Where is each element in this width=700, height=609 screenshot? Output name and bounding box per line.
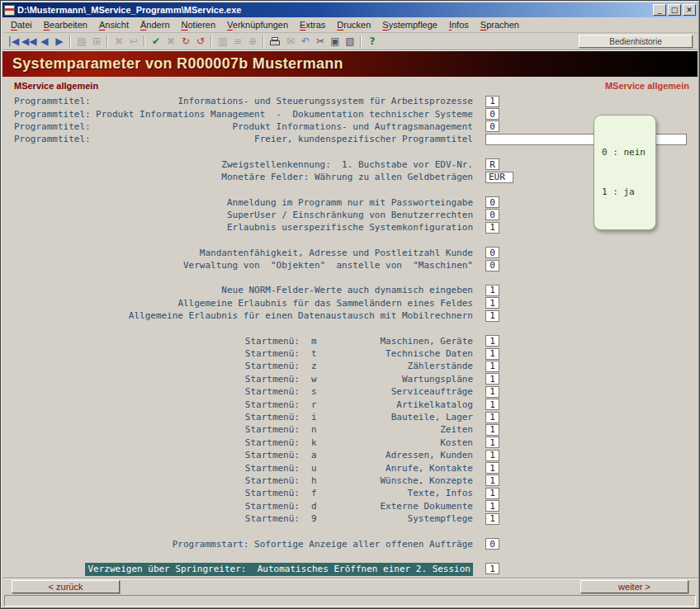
value-field[interactable]: 1	[485, 424, 499, 436]
nav-forward-icon[interactable]: ▶	[52, 35, 66, 49]
print-icon[interactable]	[267, 35, 282, 49]
value-field[interactable]: 1	[485, 222, 499, 234]
copy-icon[interactable]: ▣	[328, 35, 342, 49]
mail-icon[interactable]: ✉	[283, 35, 297, 49]
section-label-left: MService allgemein	[14, 81, 98, 91]
form-row: Startmenü:9Systempflege1	[14, 512, 689, 525]
form-row: Programmtitel:Freier, kundenspezifischer…	[14, 133, 689, 145]
value-field[interactable]: 1	[485, 335, 499, 347]
window-title: D:\Mustermann\_MService_Programm\MServic…	[17, 5, 650, 15]
value-field[interactable]: 1	[485, 474, 499, 486]
value-field[interactable]: 1	[485, 412, 499, 423]
menu-item-ändern[interactable]: Ändern	[135, 18, 175, 31]
value-field[interactable]: 1	[485, 373, 499, 385]
value-field[interactable]: 1	[485, 96, 499, 107]
form-row: Startmenü:hWünsche, Konzepte1	[14, 474, 689, 487]
menu-item-datei[interactable]: Datei	[5, 18, 38, 31]
cut-icon[interactable]: ✂	[313, 35, 327, 49]
value-field[interactable]: 1	[485, 386, 499, 398]
value-field[interactable]: 1	[485, 399, 499, 410]
menu-item-sprachen[interactable]: Sprachen	[475, 18, 525, 31]
row-label: Mandantenfähigkeit, Adresse und Postleit…	[200, 248, 473, 258]
value-field[interactable]: 1	[485, 361, 499, 372]
startmenu-key: f	[311, 488, 328, 498]
value-field[interactable]: 1	[485, 437, 499, 448]
value-field[interactable]: 0	[485, 120, 499, 132]
form-row: Startmenü:uAnrufe, Kontakte1	[14, 461, 689, 474]
value-field[interactable]: 1	[485, 310, 499, 322]
row-label: Anmeldung im Programm nur mit Passwortei…	[227, 197, 473, 208]
page-header: Systemparameter von R000007b Mustermann	[2, 50, 698, 77]
nav-back-icon[interactable]: ◀	[37, 35, 51, 49]
next-button[interactable]: weiter >	[580, 580, 688, 593]
minimize-button[interactable]: _	[653, 4, 666, 16]
value-field[interactable]: 1	[485, 563, 499, 574]
menu-item-notieren[interactable]: Notieren	[176, 18, 222, 31]
value-field[interactable]: 0	[485, 196, 499, 208]
value-field[interactable]: 0	[485, 108, 499, 120]
menu-item-systempflege[interactable]: Systempflege	[376, 18, 443, 31]
value-field[interactable]: 0	[485, 209, 499, 220]
redo-icon[interactable]: ↻	[178, 35, 192, 49]
maximize-button[interactable]: □	[668, 4, 681, 16]
delete-icon[interactable]: ✖	[111, 35, 125, 49]
form-row: Startmenü:mMaschinen, Geräte1	[14, 334, 689, 347]
value-field[interactable]: EUR	[485, 172, 513, 183]
value-field[interactable]: 0	[485, 247, 499, 258]
form-row: Neue NORM-Felder-Werte auch dynamisch ei…	[14, 284, 689, 296]
paste-icon[interactable]: ▧	[343, 35, 357, 49]
menu-item-ansicht[interactable]: Ansicht	[93, 18, 135, 31]
startmenu-row-label: Startmenü:tTechnische Daten	[14, 348, 473, 359]
startmenu-prefix: Startmenü:	[245, 361, 300, 371]
add-icon[interactable]: ⊕	[245, 35, 259, 49]
row-label-area: SuperUser / Einschränkung von Benutzerre…	[14, 210, 473, 220]
value-field[interactable]: 1	[485, 285, 499, 296]
help-icon[interactable]: ?	[365, 35, 379, 49]
revert-icon[interactable]: ↩	[126, 35, 140, 49]
row-prefix-label: Programmtitel:	[14, 121, 91, 132]
value-field[interactable]: R	[485, 158, 499, 170]
back-button[interactable]: < zurück	[12, 580, 120, 593]
form-row: SuperUser / Einschränkung von Benutzerre…	[14, 209, 689, 221]
value-field[interactable]: 1	[485, 500, 499, 512]
new-record-icon[interactable]: ▤	[74, 35, 88, 49]
cancel-icon[interactable]: ✖	[163, 35, 177, 49]
value-field[interactable]: 1	[485, 297, 499, 309]
value-field[interactable]	[485, 134, 687, 145]
title-bar: D:\Mustermann\_MService_Programm\MServic…	[2, 2, 698, 17]
duplicate-icon[interactable]: ▥	[215, 35, 229, 49]
row-label: Allgemeine Erlaubnis für einen Datenaust…	[129, 310, 473, 321]
status-bar	[4, 595, 696, 607]
value-field[interactable]: 1	[485, 450, 499, 461]
list-icon[interactable]: ≡	[230, 35, 244, 49]
form-group: Mandantenfähigkeit, Adresse und Postleit…	[14, 247, 689, 272]
nav-fast-back-icon[interactable]: ◀◀	[21, 35, 36, 49]
bedienhistorie-button[interactable]: Bedienhistorie	[579, 35, 693, 48]
row-label: Produkt Informations Management - Dokume…	[96, 109, 473, 120]
undo-icon[interactable]: ↶	[298, 35, 312, 49]
toolbar-separator	[210, 35, 212, 47]
tree-view-icon[interactable]: ⊞	[89, 35, 103, 49]
value-field[interactable]: 0	[485, 538, 499, 550]
menu-item-bearbeiten[interactable]: Bearbeiten	[38, 18, 93, 31]
startmenu-prefix: Startmenü:	[245, 450, 300, 460]
toolbar-separator	[262, 35, 264, 47]
value-field[interactable]: 1	[485, 488, 499, 499]
form-row: Programmtitel:Produkt Informations Manag…	[14, 107, 689, 120]
menu-item-verknüpfungen[interactable]: Verknüpfungen	[221, 18, 294, 31]
value-field[interactable]: 1	[485, 462, 499, 474]
menu-item-infos[interactable]: Infos	[443, 18, 475, 31]
undo-red-icon[interactable]: ↺	[193, 35, 207, 49]
close-button[interactable]: ✕	[683, 4, 696, 16]
confirm-icon[interactable]: ✔	[149, 35, 163, 49]
menu-item-drucken[interactable]: Drucken	[331, 18, 376, 31]
value-field[interactable]: 1	[485, 513, 499, 525]
toolbar-icon-group: |◀◀◀◀▶▤⊞✖↩✔✖↻↺▥≡⊕✉↶✂▣▧?	[7, 35, 379, 49]
value-field[interactable]: 0	[485, 260, 499, 271]
form-row: Startmenü:fTexte, Infos1	[14, 487, 689, 499]
startmenu-description: Maschinen, Geräte	[328, 336, 473, 347]
nav-first-icon[interactable]: |◀	[7, 35, 21, 49]
startmenu-description: Anrufe, Kontakte	[328, 463, 473, 474]
value-field[interactable]: 1	[485, 348, 499, 360]
menu-item-extras[interactable]: Extras	[294, 18, 331, 31]
